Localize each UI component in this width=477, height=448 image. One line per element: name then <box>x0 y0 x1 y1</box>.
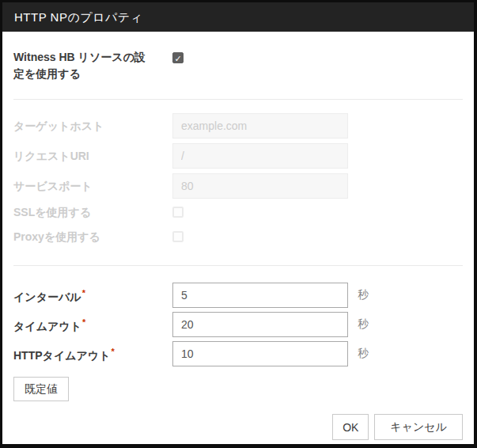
default-values-button[interactable]: 既定値 <box>13 377 69 401</box>
http-timeout-input[interactable] <box>172 341 348 366</box>
timeout-input[interactable] <box>172 312 348 337</box>
target-host-input <box>172 113 348 139</box>
required-asterisk: * <box>82 317 85 327</box>
target-host-row: ターゲットホスト <box>13 113 463 139</box>
service-port-input <box>172 173 348 199</box>
use-ssl-checkbox <box>172 207 184 218</box>
service-port-row: サービスポート <box>13 173 463 199</box>
required-asterisk: * <box>112 347 115 356</box>
cancel-button[interactable]: キャンセル <box>374 414 463 440</box>
interval-input[interactable] <box>172 283 348 308</box>
request-uri-row: リクエストURI <box>13 143 463 169</box>
dialog-footer: OK キャンセル <box>13 414 463 440</box>
divider <box>13 99 463 100</box>
http-np-properties-dialog: HTTP NPのプロパティ Witness HB リソースの設定を使用する ✓ … <box>0 0 477 448</box>
use-proxy-checkbox <box>172 231 184 242</box>
interval-unit-label: 秒 <box>358 288 369 302</box>
witness-hb-label: Witness HB リソースの設定を使用する <box>13 49 172 82</box>
witness-hb-checkbox[interactable]: ✓ <box>172 52 184 63</box>
use-proxy-row: Proxyを使用する <box>13 230 463 243</box>
divider <box>13 265 463 266</box>
service-port-label: サービスポート <box>13 178 172 195</box>
timeout-unit-label: 秒 <box>358 317 369 332</box>
http-timeout-unit-label: 秒 <box>358 347 369 361</box>
witness-hb-row: Witness HB リソースの設定を使用する ✓ <box>13 49 463 82</box>
timeout-row: タイムアウト* 秒 <box>13 312 463 337</box>
request-uri-input <box>172 143 348 169</box>
http-timeout-label: HTTPタイムアウト* <box>13 344 172 364</box>
interval-row: インターバル* 秒 <box>13 283 463 308</box>
checkmark-icon: ✓ <box>174 54 181 63</box>
use-ssl-label: SSLを使用する <box>13 204 172 221</box>
ok-button[interactable]: OK <box>332 414 369 440</box>
http-timeout-row: HTTPタイムアウト* 秒 <box>13 341 463 366</box>
use-ssl-row: SSLを使用する <box>13 206 463 218</box>
dialog-title: HTTP NPのプロパティ <box>2 2 474 32</box>
target-host-label: ターゲットホスト <box>13 118 172 135</box>
required-asterisk: * <box>82 288 85 298</box>
timeout-label: タイムアウト* <box>13 314 172 335</box>
dialog-body: Witness HB リソースの設定を使用する ✓ ターゲットホスト リクエスト… <box>2 49 474 440</box>
use-proxy-label: Proxyを使用する <box>13 229 172 245</box>
interval-label: インターバル* <box>13 285 172 306</box>
request-uri-label: リクエストURI <box>13 148 172 165</box>
